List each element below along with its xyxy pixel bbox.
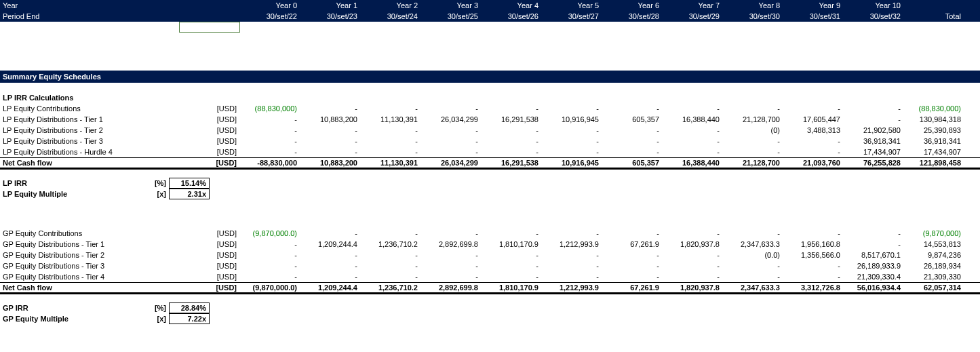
gp-cell-2-0[interactable]: - xyxy=(241,251,301,259)
lp-cell-2-6[interactable]: - xyxy=(603,126,663,134)
lp-cell-4-5[interactable]: - xyxy=(543,148,603,156)
lp-cell-1-3[interactable]: 26,034,299 xyxy=(422,115,482,123)
lp-cell-1-8[interactable]: 21,128,700 xyxy=(724,115,784,123)
gp-cell-4-11[interactable]: 21,309,330 xyxy=(905,273,965,281)
lp-cell-1-10[interactable]: - xyxy=(844,115,905,123)
gp-cell-4-8[interactable]: - xyxy=(724,273,784,281)
lp-cell-4-4[interactable]: - xyxy=(482,148,543,156)
gp-cell-2-3[interactable]: - xyxy=(422,251,482,259)
gp-cell-4-7[interactable]: - xyxy=(663,273,724,281)
gp-cell-0-7[interactable]: - xyxy=(663,229,724,237)
lp-cell-2-5[interactable]: - xyxy=(543,126,603,134)
gp-cell-3-8[interactable]: - xyxy=(724,262,784,270)
gp-cell-3-7[interactable]: - xyxy=(663,262,724,270)
lp-cell-2-3[interactable]: - xyxy=(422,126,482,134)
lp-cell-4-1[interactable]: - xyxy=(301,148,361,156)
lp-cell-4-6[interactable]: - xyxy=(603,148,663,156)
lp-cell-2-11[interactable]: 25,390,893 xyxy=(905,126,965,134)
lp-cell-0-4[interactable]: - xyxy=(482,104,543,113)
lp-cell-3-5[interactable]: - xyxy=(543,137,603,145)
gp-cell-0-9[interactable]: - xyxy=(784,229,844,237)
lp-cell-3-10[interactable]: 36,918,341 xyxy=(844,137,905,145)
gp-cell-0-10[interactable]: - xyxy=(844,229,905,237)
lp-cell-0-5[interactable]: - xyxy=(543,104,603,113)
lp-cell-2-4[interactable]: - xyxy=(482,126,543,134)
lp-cell-4-10[interactable]: 17,434,907 xyxy=(844,148,905,156)
lp-cell-0-11[interactable]: (88,830,000) xyxy=(905,104,965,113)
gp-cell-3-9[interactable]: - xyxy=(784,262,844,270)
lp-cell-4-7[interactable]: - xyxy=(663,148,724,156)
gp-cell-0-11[interactable]: (9,870,000) xyxy=(905,229,965,237)
lp-cell-3-0[interactable]: - xyxy=(241,137,301,145)
gp-cell-2-10[interactable]: 8,517,670.1 xyxy=(844,251,905,259)
gp-cell-4-0[interactable]: - xyxy=(241,273,301,281)
lp-cell-3-11[interactable]: 36,918,341 xyxy=(905,137,965,145)
lp-cell-1-5[interactable]: 10,916,945 xyxy=(543,115,603,123)
lp-cell-3-6[interactable]: - xyxy=(603,137,663,145)
lp-cell-2-1[interactable]: - xyxy=(301,126,361,134)
lp-irr-value[interactable]: 15.14% xyxy=(169,178,210,189)
gp-cell-4-4[interactable]: - xyxy=(482,273,543,281)
gp-cell-3-3[interactable]: - xyxy=(422,262,482,270)
gp-cell-1-3[interactable]: 2,892,699.8 xyxy=(422,240,482,248)
gp-cell-2-2[interactable]: - xyxy=(361,251,422,259)
gp-cell-4-10[interactable]: 21,309,330.4 xyxy=(844,273,905,281)
gp-cell-0-4[interactable]: - xyxy=(482,229,543,237)
lp-cell-0-2[interactable]: - xyxy=(361,104,422,113)
gp-cell-2-7[interactable]: - xyxy=(663,251,724,259)
lp-cell-3-4[interactable]: - xyxy=(482,137,543,145)
gp-cell-3-11[interactable]: 26,189,934 xyxy=(905,262,965,270)
gp-cell-1-7[interactable]: 1,820,937.8 xyxy=(663,240,724,248)
gp-cell-0-2[interactable]: - xyxy=(361,229,422,237)
gp-cell-4-5[interactable]: - xyxy=(543,273,603,281)
gp-cell-3-1[interactable]: - xyxy=(301,262,361,270)
lp-cell-1-0[interactable]: - xyxy=(241,115,301,123)
gp-cell-4-1[interactable]: - xyxy=(301,273,361,281)
lp-cell-1-7[interactable]: 16,388,440 xyxy=(663,115,724,123)
gp-cell-0-8[interactable]: - xyxy=(724,229,784,237)
lp-cell-3-1[interactable]: - xyxy=(301,137,361,145)
gp-cell-2-8[interactable]: (0.0) xyxy=(724,251,784,259)
gp-cell-2-1[interactable]: - xyxy=(301,251,361,259)
lp-cell-1-9[interactable]: 17,605,447 xyxy=(784,115,844,123)
gp-cell-0-6[interactable]: - xyxy=(603,229,663,237)
gp-cell-0-5[interactable]: - xyxy=(543,229,603,237)
gp-cell-2-5[interactable]: - xyxy=(543,251,603,259)
gp-cell-2-9[interactable]: 1,356,566.0 xyxy=(784,251,844,259)
gp-cell-3-4[interactable]: - xyxy=(482,262,543,270)
gp-cell-4-6[interactable]: - xyxy=(603,273,663,281)
gp-cell-3-10[interactable]: 26,189,933.9 xyxy=(844,262,905,270)
lp-cell-2-10[interactable]: 21,902,580 xyxy=(844,126,905,134)
gp-cell-2-4[interactable]: - xyxy=(482,251,543,259)
gp-cell-3-5[interactable]: - xyxy=(543,262,603,270)
gp-cell-1-4[interactable]: 1,810,170.9 xyxy=(482,240,543,248)
lp-cell-2-2[interactable]: - xyxy=(361,126,422,134)
gp-cell-1-9[interactable]: 1,956,160.8 xyxy=(784,240,844,248)
lp-cell-0-1[interactable]: - xyxy=(301,104,361,113)
gp-cell-3-2[interactable]: - xyxy=(361,262,422,270)
lp-cell-3-2[interactable]: - xyxy=(361,137,422,145)
lp-cell-2-9[interactable]: 3,488,313 xyxy=(784,126,844,134)
gp-irr-value[interactable]: 28.84% xyxy=(169,302,210,313)
gp-cell-3-6[interactable]: - xyxy=(603,262,663,270)
gp-cell-1-10[interactable]: - xyxy=(844,240,905,248)
lp-cell-0-3[interactable]: - xyxy=(422,104,482,113)
lp-cell-1-2[interactable]: 11,130,391 xyxy=(361,115,422,123)
lp-cell-4-2[interactable]: - xyxy=(361,148,422,156)
lp-cell-2-0[interactable]: - xyxy=(241,126,301,134)
gp-cell-1-1[interactable]: 1,209,244.4 xyxy=(301,240,361,248)
lp-cell-0-6[interactable]: - xyxy=(603,104,663,113)
gp-cell-0-0[interactable]: (9,870,000.0) xyxy=(241,229,301,237)
lp-cell-0-0[interactable]: (88,830,000) xyxy=(241,104,301,113)
gp-cell-1-5[interactable]: 1,212,993.9 xyxy=(543,240,603,248)
lp-cell-0-7[interactable]: - xyxy=(663,104,724,113)
gp-cell-2-11[interactable]: 9,874,236 xyxy=(905,251,965,259)
lp-cell-2-7[interactable]: - xyxy=(663,126,724,134)
gp-cell-3-0[interactable]: - xyxy=(241,262,301,270)
lp-cell-1-4[interactable]: 16,291,538 xyxy=(482,115,543,123)
lp-cell-3-3[interactable]: - xyxy=(422,137,482,145)
lp-cell-4-9[interactable]: - xyxy=(784,148,844,156)
lp-cell-3-7[interactable]: - xyxy=(663,137,724,145)
lp-cell-0-9[interactable]: - xyxy=(784,104,844,113)
gp-cell-2-6[interactable]: - xyxy=(603,251,663,259)
